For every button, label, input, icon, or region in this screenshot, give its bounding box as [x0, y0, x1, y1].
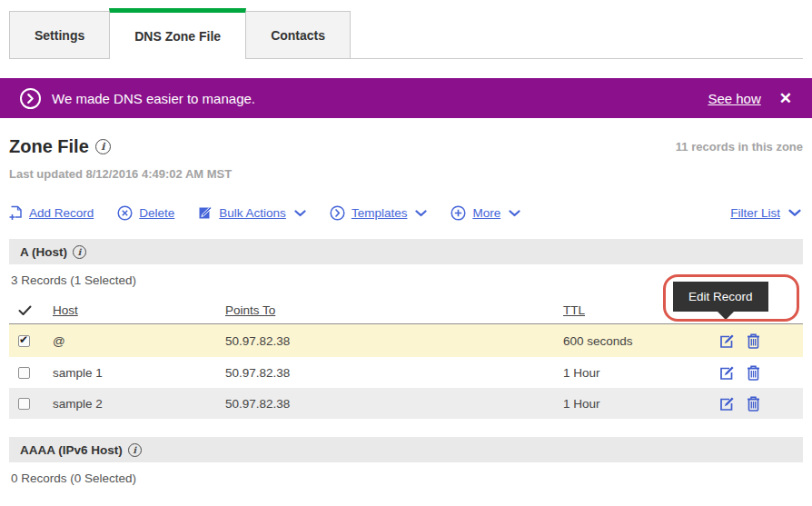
circle-x-icon	[117, 205, 133, 221]
circle-chevron-icon	[330, 205, 345, 221]
zone-file-content: Zone File i 11 records in this zone Last…	[0, 136, 812, 506]
delete-button[interactable]: Delete	[117, 205, 174, 221]
last-updated-text: Last updated 8/12/2016 4:49:02 AM MST	[9, 167, 803, 181]
record-toolbar: Add Record Delete Bulk Actions	[9, 205, 803, 221]
column-header-host[interactable]: Host	[53, 303, 78, 317]
edit-record-icon[interactable]	[719, 365, 735, 381]
tab-dns-zone-file[interactable]: DNS Zone File	[109, 8, 246, 59]
promo-banner: We made DNS easier to manage. See how ✕	[0, 78, 812, 118]
edit-record-icon[interactable]	[719, 396, 735, 412]
info-icon[interactable]: i	[95, 139, 111, 154]
tab-contacts[interactable]: Contacts	[245, 11, 351, 58]
page-header: Zone File i 11 records in this zone	[9, 136, 803, 157]
tab-bar: Settings DNS Zone File Contacts	[9, 8, 803, 59]
dns-manager-page: Settings DNS Zone File Contacts We made …	[0, 0, 812, 506]
records-count-note: 11 records in this zone	[676, 140, 803, 154]
circle-chevron-right-icon	[20, 88, 41, 109]
section-header-aaaa-host: AAAA (IPv6 Host) i	[9, 437, 803, 462]
templates-dropdown[interactable]: Templates	[330, 205, 428, 221]
table-row: sample 2 50.97.82.38 1 Hour	[9, 388, 803, 419]
tab-settings[interactable]: Settings	[9, 11, 110, 58]
row-checkbox[interactable]	[18, 335, 30, 347]
info-icon[interactable]: i	[73, 245, 86, 259]
table-row: sample 1 50.97.82.38 1 Hour	[9, 357, 803, 388]
host-cell: sample 1	[53, 366, 225, 380]
more-label: More	[472, 206, 500, 220]
section-title: AAAA (IPv6 Host)	[20, 443, 123, 457]
ttl-cell: 1 Hour	[563, 366, 719, 380]
add-record-button[interactable]: Add Record	[9, 205, 94, 221]
banner-message: We made DNS easier to manage.	[52, 91, 255, 106]
ttl-cell: 1 Hour	[563, 397, 719, 411]
points-to-cell: 50.97.82.38	[225, 366, 563, 380]
see-how-link[interactable]: See how	[708, 91, 760, 106]
chevron-down-icon	[509, 210, 520, 217]
row-checkbox[interactable]	[18, 398, 30, 410]
info-icon[interactable]: i	[128, 443, 142, 457]
bulk-actions-icon	[198, 205, 213, 221]
points-to-cell: 50.97.82.38	[225, 334, 563, 348]
column-header-points-to[interactable]: Points To	[225, 303, 275, 317]
chevron-down-icon	[415, 210, 427, 217]
bulk-actions-label: Bulk Actions	[219, 206, 286, 220]
delete-record-icon[interactable]	[747, 396, 760, 412]
ttl-cell: 600 seconds	[563, 334, 719, 348]
section-title: A (Host)	[20, 245, 67, 259]
points-to-cell: 50.97.82.38	[225, 397, 563, 411]
section-header-a-host: A (Host) i	[9, 239, 803, 264]
delete-label: Delete	[139, 206, 174, 220]
page-title: Zone File	[9, 136, 89, 157]
add-record-label: Add Record	[29, 206, 94, 220]
select-all-checkmark-icon[interactable]	[9, 305, 53, 316]
edit-record-tooltip: Edit Record	[673, 282, 768, 312]
templates-label: Templates	[352, 206, 408, 220]
chevron-down-icon	[294, 210, 306, 217]
row-checkbox[interactable]	[18, 367, 30, 379]
host-cell: @	[53, 334, 225, 348]
circle-plus-icon	[451, 205, 466, 221]
filter-list-label: Filter List	[730, 206, 780, 220]
column-header-ttl[interactable]: TTL	[563, 303, 585, 317]
section-summary: 0 Records (0 Selected)	[9, 462, 803, 495]
banner-actions: See how ✕	[708, 91, 792, 106]
edit-record-icon[interactable]	[719, 333, 735, 349]
add-record-icon	[9, 205, 23, 221]
chevron-down-icon	[788, 209, 801, 217]
delete-record-icon[interactable]	[747, 365, 760, 381]
delete-record-icon[interactable]	[747, 333, 760, 349]
bulk-actions-dropdown[interactable]: Bulk Actions	[198, 205, 306, 221]
host-cell: sample 2	[53, 397, 225, 411]
filter-list-dropdown[interactable]: Filter List	[730, 206, 801, 220]
close-icon[interactable]: ✕	[779, 91, 792, 106]
more-dropdown[interactable]: More	[451, 205, 520, 221]
a-host-table: Host Points To TTL @ 50.97.82.38 600 sec…	[9, 297, 803, 419]
table-row: @ 50.97.82.38 600 seconds	[9, 324, 803, 357]
